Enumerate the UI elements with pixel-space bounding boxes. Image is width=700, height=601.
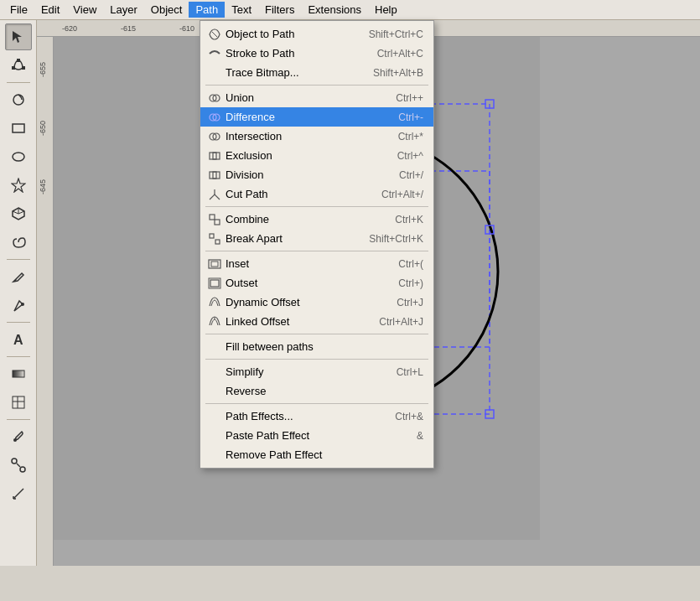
svg-point-11 [21,303,24,306]
rect-tool[interactable] [5,115,32,142]
svg-rect-2 [22,66,25,70]
menubar: File Edit View Layer Object Path Text Fi… [0,0,700,20]
tool-separator-4 [7,356,30,357]
canvas-area[interactable]: -620 -615 -610 -605 -600 -655 -650 -645 [37,20,700,566]
left-toolbar: A [0,20,37,566]
select-tool[interactable] [5,23,32,50]
pen-tool[interactable] [5,292,32,319]
canvas-content [54,37,700,566]
svg-rect-14 [13,396,24,408]
pencil-tool[interactable] [5,263,32,290]
text-tool[interactable]: A [5,326,32,353]
node-tool[interactable] [5,52,32,79]
svg-rect-0 [17,59,20,62]
ruler-vertical: -655 -650 -645 [37,37,54,566]
dropper-tool[interactable] [5,423,32,450]
connector-tool[interactable] [5,452,32,479]
svg-text:-600: -600 [305,24,320,33]
svg-text:-610: -610 [179,24,194,33]
svg-text:-645: -645 [39,179,47,194]
3d-box-tool[interactable] [5,200,32,227]
svg-rect-1 [12,66,15,70]
menu-view[interactable]: View [66,2,103,18]
svg-marker-6 [12,179,25,192]
tool-separator-5 [7,419,30,420]
svg-point-19 [20,467,25,472]
svg-text:A: A [13,333,23,347]
menu-file[interactable]: File [3,2,34,18]
gradient-tool[interactable] [5,360,32,387]
menu-layer[interactable]: Layer [103,2,144,18]
measure-tool[interactable] [5,480,32,507]
main-layout: A -620 -615 -610 -605 [0,20,700,566]
star-tool[interactable] [5,172,32,199]
menu-extensions[interactable]: Extensions [301,2,368,18]
svg-line-9 [18,211,24,214]
svg-text:-650: -650 [39,121,47,136]
svg-line-21 [13,489,23,499]
svg-line-20 [17,464,20,467]
menu-help[interactable]: Help [368,2,404,18]
canvas-svg [54,37,540,540]
svg-rect-13 [13,370,24,377]
svg-rect-24 [37,20,700,37]
svg-text:-615: -615 [121,24,136,33]
menu-text[interactable]: Text [225,2,258,18]
menu-edit[interactable]: Edit [34,2,66,18]
svg-text:-605: -605 [238,24,253,33]
svg-rect-34 [54,37,540,540]
spiral-tool[interactable] [5,229,32,256]
mesh-tool[interactable] [5,389,32,416]
svg-line-10 [13,211,18,214]
svg-text:-620: -620 [62,24,77,33]
menu-path[interactable]: Path [189,2,225,18]
tool-separator-1 [7,82,30,83]
ruler-horizontal: -620 -615 -610 -605 -600 [37,20,700,37]
svg-rect-30 [37,37,54,566]
tweak-tool[interactable] [5,86,32,113]
svg-point-17 [13,438,17,442]
svg-point-5 [13,153,24,161]
menu-object[interactable]: Object [144,2,189,18]
tool-separator-2 [7,259,30,260]
ellipse-tool[interactable] [5,143,32,170]
tool-separator-3 [7,322,30,323]
menu-filters[interactable]: Filters [258,2,301,18]
svg-text:-655: -655 [39,62,47,77]
svg-point-18 [12,459,17,464]
svg-rect-4 [13,124,24,132]
